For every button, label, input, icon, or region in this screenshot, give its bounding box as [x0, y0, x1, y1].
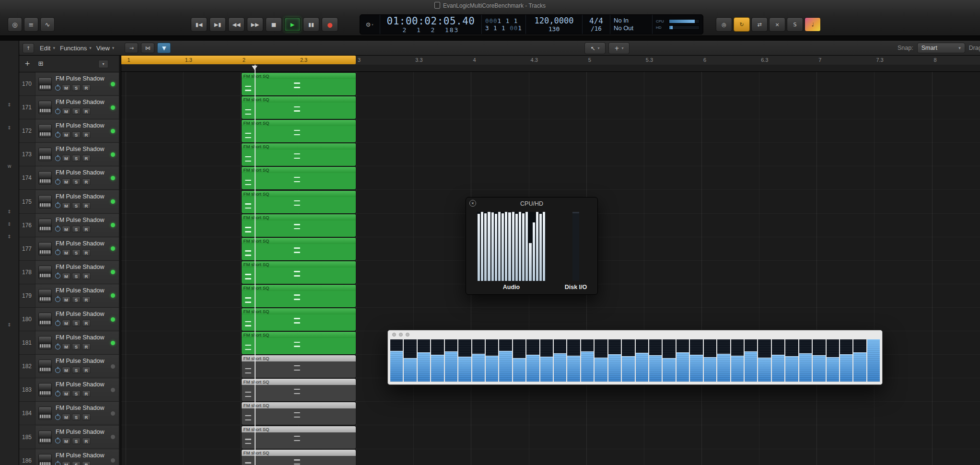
track-r-button[interactable]: R: [82, 84, 91, 91]
lcd-performance-meters[interactable]: CPU HD: [653, 15, 703, 34]
track-power-button[interactable]: [55, 250, 60, 255]
lcd-locators[interactable]: 0001 1 1 3 1 1 001: [482, 15, 526, 34]
midi-region[interactable]: FM short SQ: [242, 261, 356, 284]
track-power-button[interactable]: [55, 391, 60, 396]
track-s-button[interactable]: S: [72, 367, 81, 373]
cycle-region[interactable]: [121, 56, 356, 64]
track-header[interactable]: 186FM Pulse ShadowMSR: [19, 449, 119, 465]
track-s-button[interactable]: S: [72, 108, 81, 115]
track-power-button[interactable]: [55, 226, 60, 232]
rewind-button[interactable]: ◀◀: [228, 17, 245, 32]
track-header[interactable]: 182FM Pulse ShadowMSR: [19, 355, 119, 378]
menu-view[interactable]: View▾: [94, 44, 116, 53]
track-r-button[interactable]: R: [82, 202, 91, 209]
track-m-button[interactable]: M: [62, 249, 70, 256]
track-header[interactable]: 172FM Pulse ShadowMSR: [19, 119, 119, 143]
track-m-button[interactable]: M: [62, 226, 70, 232]
track-s-button[interactable]: S: [72, 131, 81, 138]
menu-edit[interactable]: Edit▾: [38, 44, 57, 53]
midi-region[interactable]: FM short SQ: [242, 167, 356, 189]
track-s-button[interactable]: S: [72, 273, 81, 279]
forward-button[interactable]: ▶▶: [247, 17, 263, 32]
track-power-button[interactable]: [55, 344, 60, 349]
track-power-button[interactable]: [55, 203, 60, 208]
record-button[interactable]: ●: [322, 17, 338, 32]
track-header[interactable]: 175FM Pulse ShadowMSR: [19, 190, 119, 214]
track-power-button[interactable]: [55, 321, 60, 326]
track-r-button[interactable]: R: [82, 461, 91, 465]
inspector-button[interactable]: ≡: [24, 17, 38, 32]
duplicate-track-button[interactable]: ⊞: [36, 59, 46, 68]
track-r-button[interactable]: R: [82, 367, 91, 373]
playhead-handle[interactable]: [252, 66, 257, 70]
multicore-meter-window[interactable]: [387, 330, 883, 385]
track-header[interactable]: 178FM Pulse ShadowMSR: [19, 261, 119, 284]
zoom-window-button[interactable]: [406, 333, 409, 337]
track-header[interactable]: 177FM Pulse ShadowMSR: [19, 237, 119, 261]
midi-region[interactable]: FM short SQ: [242, 191, 356, 213]
track-m-button[interactable]: M: [62, 296, 70, 303]
left-click-tool-menu[interactable]: ↖▾: [584, 42, 606, 54]
ruler-marker-row[interactable]: [121, 65, 980, 72]
solo-button[interactable]: S: [787, 17, 803, 32]
track-power-button[interactable]: [55, 179, 60, 185]
midi-region[interactable]: FM short SQ: [242, 355, 356, 378]
track-power-button[interactable]: [55, 85, 60, 91]
lcd-settings-button[interactable]: ⚙▾: [360, 15, 380, 34]
track-r-button[interactable]: R: [82, 438, 91, 444]
track-r-button[interactable]: R: [82, 390, 91, 397]
track-m-button[interactable]: M: [62, 438, 70, 444]
go-to-end-button[interactable]: ▶▮: [210, 17, 226, 32]
track-r-button[interactable]: R: [82, 320, 91, 326]
nudge-icon[interactable]: →: [125, 43, 138, 53]
track-m-button[interactable]: M: [62, 343, 70, 350]
track-s-button[interactable]: S: [72, 414, 81, 420]
track-s-button[interactable]: S: [72, 343, 81, 350]
midi-region[interactable]: FM short SQ: [242, 73, 356, 95]
cycle-button[interactable]: ↻: [734, 17, 750, 32]
track-list-divider[interactable]: [119, 55, 121, 465]
track-header[interactable]: 185FM Pulse ShadowMSR: [19, 426, 119, 449]
track-s-button[interactable]: S: [72, 320, 81, 326]
add-track-button[interactable]: +: [23, 59, 32, 68]
track-m-button[interactable]: M: [62, 273, 70, 279]
crossfade-icon[interactable]: ⋈: [141, 43, 154, 53]
track-r-button[interactable]: R: [82, 249, 91, 256]
replace-button[interactable]: ×: [769, 17, 785, 32]
track-s-button[interactable]: S: [72, 155, 81, 162]
track-header[interactable]: 171FM Pulse ShadowMSR: [19, 96, 119, 119]
midi-region[interactable]: FM short SQ: [242, 143, 356, 166]
track-header[interactable]: 181FM Pulse ShadowMSR: [19, 331, 119, 355]
track-power-button[interactable]: [55, 156, 60, 161]
track-s-button[interactable]: S: [72, 226, 81, 232]
midi-region[interactable]: FM short SQ: [242, 285, 356, 307]
track-s-button[interactable]: S: [72, 249, 81, 256]
track-s-button[interactable]: S: [72, 178, 81, 185]
track-power-button[interactable]: [55, 273, 60, 279]
track-r-button[interactable]: R: [82, 343, 91, 350]
play-button[interactable]: ▶: [284, 17, 301, 32]
track-m-button[interactable]: M: [62, 320, 70, 326]
track-power-button[interactable]: [55, 368, 60, 373]
track-header[interactable]: 173FM Pulse ShadowMSR: [19, 143, 119, 166]
track-header[interactable]: 183FM Pulse ShadowMSR: [19, 378, 119, 402]
autopunch-button[interactable]: ⇄: [751, 17, 768, 32]
bar-ruler[interactable]: 11.322.333.344.355.366.377.38: [121, 55, 980, 72]
track-m-button[interactable]: M: [62, 390, 70, 397]
filter-icon[interactable]: ▼: [157, 43, 171, 53]
track-s-button[interactable]: S: [72, 84, 81, 91]
tools-button[interactable]: ∿: [40, 17, 55, 32]
track-s-button[interactable]: S: [72, 202, 81, 209]
track-power-button[interactable]: [55, 132, 60, 138]
track-power-button[interactable]: [55, 462, 60, 465]
track-m-button[interactable]: M: [62, 461, 70, 465]
go-to-beginning-button[interactable]: ▮◀: [191, 17, 207, 32]
midi-region[interactable]: FM short SQ: [242, 238, 356, 260]
track-header[interactable]: 176FM Pulse ShadowMSR: [19, 214, 119, 237]
track-m-button[interactable]: M: [62, 131, 70, 138]
track-header[interactable]: 180FM Pulse ShadowMSR: [19, 308, 119, 331]
snap-menu[interactable]: Smart▾: [917, 43, 965, 53]
track-m-button[interactable]: M: [62, 178, 70, 185]
stop-button[interactable]: ■: [266, 17, 282, 32]
track-r-button[interactable]: R: [82, 226, 91, 232]
